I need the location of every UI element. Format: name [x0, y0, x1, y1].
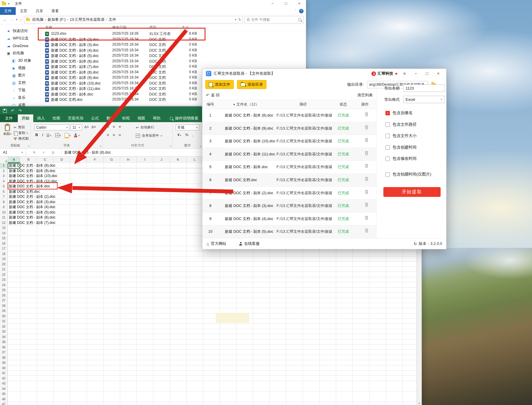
delete-button[interactable] — [360, 174, 373, 187]
row-header[interactable]: 33 — [0, 329, 7, 334]
excel-tab[interactable]: 绘图 — [49, 114, 64, 122]
align-left-icon[interactable]: ≡ — [107, 133, 109, 137]
delete-button[interactable] — [360, 225, 373, 238]
collapse-ribbon-icon[interactable]: ˆ — [295, 9, 296, 13]
row-header[interactable]: 20 — [0, 262, 7, 267]
close-button[interactable]: × — [434, 71, 443, 76]
start-extract-button[interactable]: 开始提取 — [383, 187, 441, 197]
checkbox-icon[interactable] — [385, 145, 390, 150]
option-row[interactable]: 包含文件大小 — [385, 133, 417, 138]
back-button[interactable]: ↶返 回 — [206, 93, 220, 98]
row-header[interactable]: 12 — [0, 220, 7, 226]
cell-value[interactable]: 新建 DOC 文档 - 副本 (2).doc — [9, 194, 55, 200]
excel-tab[interactable]: 帮助 — [149, 114, 164, 122]
row-header[interactable]: 37 — [0, 350, 7, 355]
row-header[interactable]: 29 — [0, 308, 7, 314]
column-header[interactable]: I — [136, 157, 153, 163]
excel-tab[interactable]: 开始 — [18, 114, 33, 122]
table-row[interactable]: 1新建 DOC 文档 - 副本 (8).docF:/13.汇帮文件名提取器/文件… — [202, 109, 376, 122]
breadcrumb[interactable]: 此电脑›新加卷 (F:)›13.汇帮文件名提取器›文件 ▾ ↻ — [24, 16, 243, 23]
option-row[interactable]: 包含修改时间 — [385, 156, 417, 161]
table-row[interactable]: 10新建 DOC 文档 - 副本 (5).docF:/13.汇帮文件名提取器/文… — [202, 225, 376, 238]
cell-value[interactable]: 新建 DOC 文档 - 副本 (3).doc — [9, 200, 55, 205]
dialog-launcher-icon[interactable]: ↘ — [27, 144, 30, 147]
cancel-icon[interactable]: ✕ — [33, 150, 36, 154]
cell-value[interactable]: 新建 DOC 文档 - 副本 (6).doc — [9, 215, 55, 220]
minimize-button[interactable]: − — [266, 0, 279, 7]
row-header[interactable]: 41 — [0, 371, 7, 376]
tell-me-search[interactable]: 操作说明搜索 — [170, 114, 198, 122]
back-button[interactable]: ← — [2, 17, 7, 22]
row-header[interactable]: 11 — [0, 215, 7, 220]
delete-button[interactable] — [360, 161, 373, 174]
sidebar-item[interactable]: ☁OneDrive — [0, 42, 41, 50]
wrap-text-button[interactable]: ↩自动换行 — [136, 125, 154, 130]
dialog-launcher-icon[interactable]: ↘ — [199, 144, 201, 147]
row-header[interactable]: 4 — [0, 179, 7, 184]
delete-button[interactable] — [360, 200, 373, 213]
row-header[interactable]: 24 — [0, 283, 7, 288]
delete-button[interactable] — [360, 109, 373, 122]
table-row[interactable]: 6新建 DOC 文档.docF:/13.汇帮文件名提取器/文件/新建...已完成 — [202, 174, 376, 187]
online-support-link[interactable]: 在线客服 — [239, 241, 260, 246]
comma-format-icon[interactable]: , — [190, 133, 195, 137]
scroll-down-icon[interactable]: ▼ — [417, 402, 422, 405]
tab-share[interactable]: 共享 — [31, 7, 47, 15]
row-header[interactable]: 23 — [0, 277, 7, 283]
row-header[interactable]: 7 — [0, 194, 7, 200]
menu-icon[interactable]: ≡ — [400, 71, 409, 76]
align-right-icon[interactable]: ≡ — [119, 133, 121, 137]
delete-button[interactable] — [360, 148, 373, 161]
excel-tab[interactable]: 公式 — [87, 114, 103, 122]
align-center-icon[interactable]: ≡ — [113, 133, 115, 137]
heart-icon[interactable]: ♥ — [395, 71, 398, 76]
row-header[interactable]: 2 — [0, 168, 7, 174]
file-row[interactable]: W新建 DOC 文档 - 副本 (4).doc2025/7/25 16:34DO… — [41, 48, 306, 53]
official-site-link[interactable]: ⌂官方网站 — [207, 241, 226, 246]
excel-tab[interactable]: 视图 — [134, 114, 149, 122]
sidebar-item[interactable]: ♪音乐 — [0, 94, 41, 101]
align-top-icon[interactable]: ≡ — [107, 125, 109, 129]
row-header[interactable]: 42 — [0, 376, 7, 381]
save-icon[interactable] — [3, 109, 7, 113]
row-header[interactable]: 30 — [0, 314, 7, 319]
file-row[interactable]: W新建 DOC 文档 - 副本 (5).doc2025/7/25 16:34DO… — [41, 53, 306, 59]
sidebar-item[interactable]: ▶视频 — [0, 64, 41, 72]
checkbox-icon[interactable] — [385, 172, 390, 177]
cell-value[interactable]: 新建 DOC 文档 - 副本 (4).doc — [9, 205, 55, 210]
tab-view[interactable]: 查看 — [47, 7, 63, 15]
address-dropdown-icon[interactable]: ▾ — [235, 18, 236, 21]
column-header[interactable]: 修改日期 — [112, 24, 148, 30]
column-header[interactable]: 类型 — [149, 24, 180, 30]
row-header[interactable]: 47 — [0, 402, 7, 405]
option-row[interactable]: ✓包含后缀名 — [385, 110, 413, 116]
file-row[interactable]: W新建 DOC 文档 - 副本 (2).doc2025/7/25 16:34DO… — [41, 37, 306, 42]
column-header[interactable]: A — [8, 157, 20, 163]
column-header[interactable]: H — [120, 157, 137, 163]
table-column-header[interactable]: 路径 — [274, 100, 333, 109]
row-header[interactable]: 39 — [0, 360, 7, 366]
help-icon[interactable]: ? — [299, 9, 304, 13]
column-header[interactable]: 大小 — [182, 24, 198, 30]
row-header[interactable]: 16 — [0, 241, 7, 246]
fill-color-icon[interactable] — [65, 133, 69, 138]
row-header[interactable]: 6 — [0, 189, 7, 194]
table-row[interactable]: 9新建 DOC 文档 - 副本 (4).docF:/13.汇帮文件名提取器/文件… — [202, 213, 376, 226]
row-header[interactable]: 34 — [0, 334, 7, 340]
align-middle-icon[interactable]: ≡ — [113, 125, 115, 129]
excel-tab[interactable]: 审阅 — [118, 114, 134, 122]
column-header[interactable]: F — [87, 157, 104, 163]
checkbox-checked-icon[interactable]: ✓ — [385, 111, 390, 115]
row-header[interactable]: 5 — [0, 184, 7, 189]
cell-value[interactable]: 新建 DOC 文档 - 副本 (9).doc — [9, 168, 55, 174]
cell-value[interactable]: 新建 DOC 文档.doc — [9, 189, 40, 194]
export-format-select[interactable]: Excel˅ — [403, 96, 445, 103]
excel-tab[interactable]: 文件 — [0, 114, 18, 122]
percent-format-icon[interactable]: % — [185, 133, 189, 137]
table-row[interactable]: 8新建 DOC 文档 - 副本 (3).docF:/13.汇帮文件名提取器/文件… — [202, 200, 376, 213]
row-header[interactable]: 15 — [0, 236, 7, 241]
column-header[interactable]: D — [53, 157, 70, 163]
row-header[interactable]: 45 — [0, 391, 7, 397]
delete-button[interactable] — [360, 187, 373, 200]
font-size-combo[interactable]: 11▾ — [71, 125, 82, 130]
